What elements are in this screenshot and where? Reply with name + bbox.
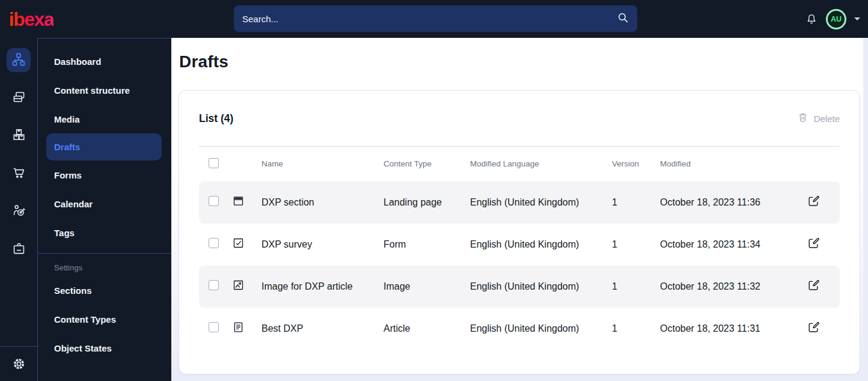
row-version: 1 (606, 308, 654, 350)
row-modified: October 18, 2023 11:36 (654, 181, 801, 224)
person-target-icon (11, 203, 26, 220)
topbar-right: AU (805, 9, 868, 29)
sitemap-icon (11, 52, 26, 69)
boxes-icon (11, 127, 26, 144)
column-header-modified-language: Modified Language (464, 147, 606, 181)
column-header-version: Version (606, 147, 654, 181)
delete-button[interactable]: Delete (797, 112, 840, 125)
cart-icon (11, 165, 26, 182)
edit-button[interactable] (801, 236, 821, 250)
topbar: ibexa AU (0, 0, 868, 38)
select-all-checkbox[interactable] (209, 158, 219, 168)
sidebar-item-object-states[interactable]: Object States (38, 334, 171, 362)
page-title: Drafts (179, 52, 860, 72)
chevron-down-icon[interactable] (854, 17, 860, 20)
rail-item-badge[interactable] (7, 237, 31, 261)
row-name[interactable]: DXP section (255, 181, 377, 224)
rail-item-products[interactable] (7, 124, 31, 148)
edit-button[interactable] (801, 278, 821, 292)
row-checkbox[interactable] (209, 238, 219, 248)
settings-section-label: Settings (38, 254, 171, 276)
row-content-type: Form (377, 224, 464, 266)
row-modified-language: English (United Kingdom) (464, 181, 606, 224)
row-content-type: Landing page (377, 181, 464, 224)
row-checkbox[interactable] (209, 280, 219, 290)
avatar[interactable]: AU (826, 9, 846, 29)
sidebar-item-calendar[interactable]: Calendar (38, 189, 171, 218)
article-icon (227, 321, 245, 334)
ibexa-logo[interactable]: ibexa (9, 10, 53, 29)
sidebar-item-dashboard[interactable]: Dashboard (38, 47, 171, 76)
rail-item-commerce[interactable] (7, 162, 31, 186)
global-search-bar[interactable] (234, 5, 637, 32)
row-name[interactable]: Best DXP (255, 308, 377, 350)
row-modified: October 18, 2023 11:34 (654, 224, 801, 266)
row-name[interactable]: Image for DXP article (255, 266, 377, 308)
sidebar-menu: Dashboard Content structure Media Drafts… (38, 38, 171, 381)
main-content: Drafts List (4) Delete (171, 38, 868, 381)
rail-bottom (0, 346, 37, 381)
table-row[interactable]: DXP section Landing page English (United… (199, 181, 840, 224)
landing-page-icon (227, 195, 245, 207)
sidebar-item-content-types[interactable]: Content Types (38, 305, 171, 334)
icon-rail (0, 38, 38, 381)
search-icon[interactable] (617, 11, 629, 26)
table-row[interactable]: DXP survey Form English (United Kingdom)… (199, 224, 840, 266)
drafts-table: Name Content Type Modified Language Vers… (199, 146, 840, 350)
sidebar-item-drafts[interactable]: Drafts (46, 133, 162, 160)
sidebar-item-media[interactable]: Media (38, 105, 171, 133)
notifications-bell-icon[interactable] (805, 13, 818, 26)
row-checkbox[interactable] (209, 322, 219, 332)
avatar-initials: AU (831, 15, 842, 23)
sidebar-item-tags[interactable]: Tags (38, 218, 171, 247)
row-version: 1 (606, 181, 654, 224)
app-body: Dashboard Content structure Media Drafts… (0, 38, 868, 381)
sidebar-item-forms[interactable]: Forms (38, 160, 171, 189)
row-modified: October 18, 2023 11:32 (654, 266, 801, 308)
list-toolbar: List (4) Delete (199, 91, 840, 146)
rail-item-personalization[interactable] (7, 200, 31, 224)
rail-item-pages[interactable] (7, 86, 31, 110)
row-version: 1 (606, 224, 654, 266)
table-row[interactable]: Image for DXP article Image English (Uni… (199, 266, 840, 308)
app-root: ibexa AU (0, 0, 868, 381)
row-content-type: Image (377, 266, 464, 308)
pages-icon (11, 90, 26, 106)
gear-icon[interactable] (11, 356, 27, 372)
image-icon (227, 279, 245, 291)
row-modified: October 18, 2023 11:31 (654, 308, 801, 350)
sidebar-item-sections[interactable]: Sections (38, 276, 171, 305)
rail-top (0, 38, 37, 346)
trash-icon (797, 112, 808, 125)
scrollbar[interactable] (863, 38, 868, 381)
row-version: 1 (606, 266, 654, 308)
edit-button[interactable] (801, 320, 821, 334)
row-modified-language: English (United Kingdom) (464, 308, 606, 350)
row-name[interactable]: DXP survey (255, 224, 377, 266)
row-content-type: Article (377, 308, 464, 350)
table-row[interactable]: Best DXP Article English (United Kingdom… (199, 308, 840, 350)
search-input[interactable] (242, 14, 617, 24)
table-header-row: Name Content Type Modified Language Vers… (199, 147, 840, 181)
list-title: List (4) (199, 112, 233, 125)
sidebar-item-content-structure[interactable]: Content structure (38, 76, 171, 105)
column-header-modified: Modified (654, 147, 801, 181)
column-header-name: Name (255, 147, 377, 181)
delete-button-label: Delete (814, 114, 840, 124)
row-checkbox[interactable] (209, 196, 219, 206)
row-modified-language: English (United Kingdom) (464, 266, 606, 308)
drafts-list-card: List (4) Delete (179, 90, 860, 374)
column-header-content-type: Content Type (377, 147, 464, 181)
badge-icon (11, 241, 26, 258)
form-icon (227, 237, 245, 249)
row-modified-language: English (United Kingdom) (464, 224, 606, 266)
edit-button[interactable] (801, 194, 821, 208)
rail-item-content-structure[interactable] (7, 48, 31, 72)
